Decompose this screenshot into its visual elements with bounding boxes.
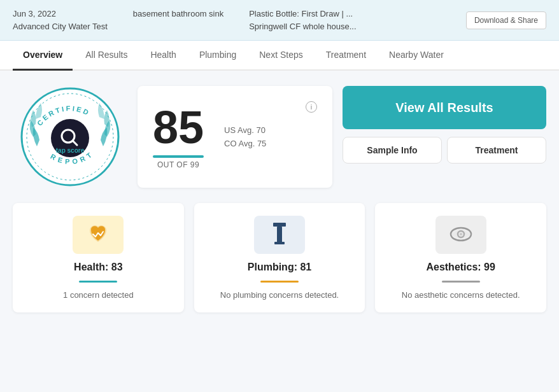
score-out-of: OUT OF 99 <box>157 160 199 169</box>
us-avg: US Avg. 70 <box>224 125 266 135</box>
co-avg: CO Avg. 75 <box>224 139 266 148</box>
score-number-block: 85 OUT OF 99 <box>153 104 204 169</box>
health-bar <box>79 281 117 283</box>
svg-rect-10 <box>274 242 285 244</box>
view-all-results-button[interactable]: View All Results <box>343 86 546 129</box>
page-header: Jun 3, 2022 Advanced City Water Test bas… <box>0 0 559 41</box>
download-button[interactable]: Download & Share <box>466 11 546 29</box>
pipe-icon <box>271 223 288 248</box>
nav-bar: Overview All Results Health Plumbing Nex… <box>0 41 559 71</box>
nav-item-next-steps[interactable]: Next Steps <box>249 41 313 71</box>
health-card-title: Health: 83 <box>74 262 122 273</box>
score-bar <box>153 155 204 158</box>
health-card-icon <box>73 216 124 254</box>
category-cards: Health: 83 1 concern detected Plumbing: … <box>13 203 546 312</box>
nav-item-treatment[interactable]: Treatment <box>316 41 376 71</box>
score-averages: US Avg. 70 CO Avg. 75 <box>224 125 266 148</box>
svg-text:tap score: tap score <box>56 147 85 154</box>
plumbing-card-title: Plumbing: 81 <box>248 262 311 273</box>
sample-info-button[interactable]: Sample Info <box>343 137 442 164</box>
health-card: Health: 83 1 concern detected <box>13 203 184 312</box>
score-value: 85 <box>153 104 204 150</box>
info-icon[interactable]: i <box>306 101 317 113</box>
nav-item-health[interactable]: Health <box>140 41 186 71</box>
eye-icon <box>449 225 472 245</box>
score-card: 85 OUT OF 99 US Avg. 70 CO Avg. 75 i <box>138 86 332 188</box>
svg-rect-8 <box>273 223 286 227</box>
nav-item-nearby-water[interactable]: Nearby Water <box>379 41 454 71</box>
header-info: Jun 3, 2022 Advanced City Water Test bas… <box>13 8 357 32</box>
sub-buttons: Sample Info Treatment <box>343 137 546 164</box>
header-date-col: Jun 3, 2022 Advanced City Water Test <box>13 8 108 32</box>
header-sample2: Springwell CF whole house... <box>249 20 356 33</box>
nav-item-plumbing[interactable]: Plumbing <box>189 41 246 71</box>
nav-item-all-results[interactable]: All Results <box>75 41 138 71</box>
score-section: CERTIFIED REPORT tap score 85 <box>13 86 546 188</box>
header-sample1: Plastic Bottle: First Draw | ... <box>249 8 356 20</box>
main-content: CERTIFIED REPORT tap score 85 <box>0 71 559 328</box>
tapscore-badge-svg: CERTIFIED REPORT tap score <box>19 86 121 188</box>
header-date: Jun 3, 2022 <box>13 8 108 20</box>
treatment-button[interactable]: Treatment <box>447 137 546 164</box>
aesthetics-concern: No aesthetic concerns detected. <box>402 290 520 300</box>
svg-rect-9 <box>277 227 282 243</box>
plumbing-bar <box>260 281 299 283</box>
header-location: basement bathroom sink <box>133 8 223 20</box>
health-concern: 1 concern detected <box>63 290 134 300</box>
plumbing-card: Plumbing: 81 No plumbing concerns detect… <box>194 203 365 312</box>
aesthetics-card: Aesthetics: 99 No aesthetic concerns det… <box>375 203 546 312</box>
aesthetics-bar <box>442 281 480 283</box>
aesthetics-card-icon <box>435 216 486 254</box>
plumbing-card-icon <box>254 216 305 254</box>
nav-item-overview[interactable]: Overview <box>13 41 73 71</box>
header-location-col: basement bathroom sink <box>133 8 223 32</box>
tapscore-logo: CERTIFIED REPORT tap score <box>13 86 127 188</box>
heart-icon <box>87 223 110 248</box>
aesthetics-card-title: Aesthetics: 99 <box>426 262 495 273</box>
header-test-name: Advanced City Water Test <box>13 20 108 33</box>
header-samples-col: Plastic Bottle: First Draw | ... Springw… <box>249 8 356 32</box>
right-panel: View All Results Sample Info Treatment <box>343 86 546 188</box>
plumbing-concern: No plumbing concerns detected. <box>220 290 339 300</box>
